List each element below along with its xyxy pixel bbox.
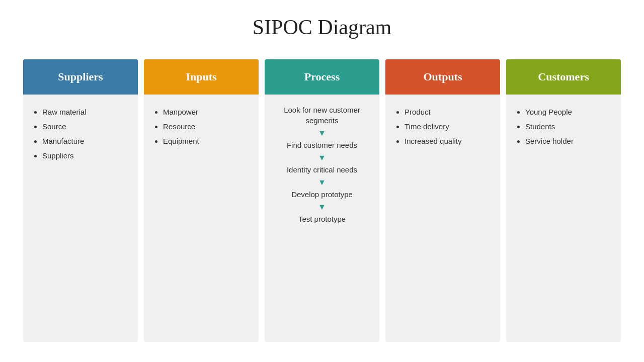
- process-column: Process Look for new customer segments F…: [265, 59, 379, 342]
- process-arrow-3: [318, 178, 326, 187]
- list-item: Manpower: [163, 107, 251, 117]
- suppliers-body: Raw material Source Manufacture Supplier…: [23, 95, 138, 342]
- process-arrow-1: [318, 129, 326, 138]
- list-item: Source: [42, 121, 130, 132]
- process-arrow-4: [318, 203, 326, 212]
- inputs-list: Manpower Resource Equipment: [154, 107, 251, 146]
- list-item: Product: [405, 107, 492, 117]
- process-arrow-2: [318, 153, 326, 162]
- suppliers-list: Raw material Source Manufacture Supplier…: [33, 107, 130, 161]
- process-step-3: Identity critical needs: [287, 164, 357, 175]
- process-step-4: Develop prototype: [291, 189, 353, 200]
- list-item: Raw material: [42, 107, 130, 117]
- customers-list: Young People Students Service holder: [516, 107, 613, 146]
- sipoc-diagram: Suppliers Raw material Source Manufactur…: [20, 59, 624, 342]
- suppliers-column: Suppliers Raw material Source Manufactur…: [23, 59, 138, 342]
- list-item: Manufacture: [42, 136, 130, 146]
- slide: SIPOC Diagram Suppliers Raw material Sou…: [0, 0, 644, 362]
- outputs-body: Product Time delivery Increased quality: [385, 95, 500, 342]
- page-title: SIPOC Diagram: [253, 15, 392, 39]
- outputs-header: Outputs: [385, 59, 500, 95]
- process-header-text: Process: [304, 70, 340, 83]
- process-step-1: Look for new customer segments: [270, 105, 374, 126]
- list-item: Equipment: [163, 136, 251, 146]
- inputs-header-text: Inputs: [186, 70, 216, 83]
- customers-column: Customers Young People Students Service …: [506, 59, 621, 342]
- customers-header-text: Customers: [538, 70, 589, 83]
- customers-body: Young People Students Service holder: [506, 95, 621, 342]
- inputs-body: Manpower Resource Equipment: [144, 95, 259, 342]
- outputs-header-text: Outputs: [423, 70, 462, 83]
- list-item: Suppliers: [42, 150, 130, 161]
- process-body: Look for new customer segments Find cust…: [265, 95, 379, 342]
- inputs-column: Inputs Manpower Resource Equipment: [144, 59, 259, 342]
- process-step-2: Find customer needs: [287, 140, 357, 150]
- customers-header: Customers: [506, 59, 621, 95]
- process-header: Process: [265, 59, 379, 95]
- list-item: Students: [525, 121, 613, 132]
- inputs-header: Inputs: [144, 59, 259, 95]
- outputs-list: Product Time delivery Increased quality: [395, 107, 492, 146]
- list-item: Service holder: [525, 136, 613, 146]
- process-step-5: Test prototype: [298, 214, 346, 224]
- list-item: Resource: [163, 121, 251, 132]
- outputs-column: Outputs Product Time delivery Increased …: [385, 59, 500, 342]
- suppliers-header: Suppliers: [23, 59, 138, 95]
- list-item: Time delivery: [405, 121, 492, 132]
- list-item: Young People: [525, 107, 613, 117]
- list-item: Increased quality: [405, 136, 492, 146]
- suppliers-header-text: Suppliers: [58, 70, 103, 83]
